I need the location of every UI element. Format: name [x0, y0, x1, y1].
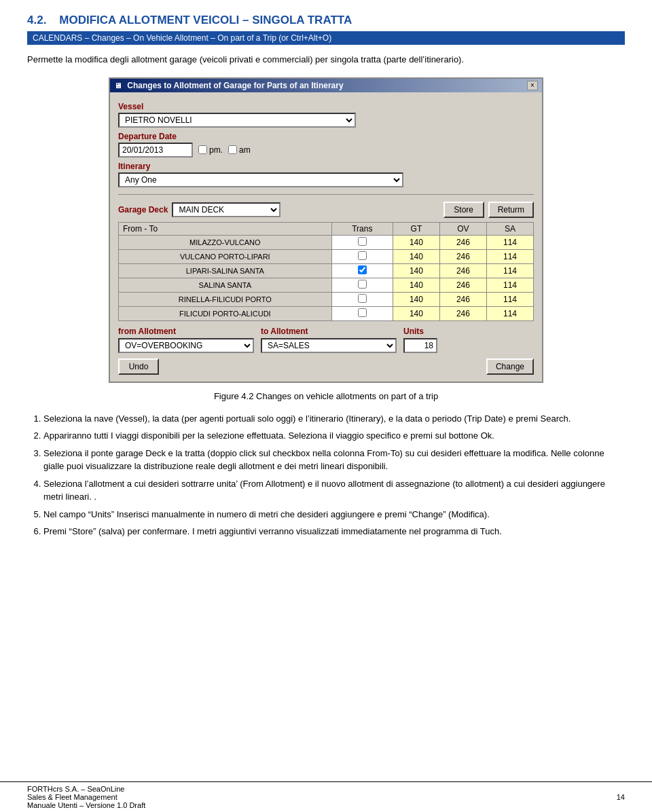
ov-cell: 246 — [439, 263, 486, 278]
table-row: RINELLA-FILICUDI PORTO140246114 — [119, 292, 534, 306]
footer-product: Sales & Fleet Management — [27, 793, 145, 801]
trans-cell[interactable] — [331, 263, 393, 278]
intro-text: Permette la modifica degli allotment gar… — [27, 53, 625, 67]
change-button[interactable]: Change — [486, 358, 534, 375]
to-allotment-select[interactable]: SA=SALES — [261, 338, 397, 353]
return-button[interactable]: Returm — [488, 202, 534, 218]
route-cell: LIPARI-SALINA SANTA — [119, 263, 332, 278]
route-cell: RINELLA-FILICUDI PORTO — [119, 292, 332, 306]
gt-cell: 140 — [393, 292, 439, 306]
to-allotment-col: to Allotment SA=SALES — [261, 327, 397, 353]
list-item: Seleziona il ponte garage Deck e la trat… — [43, 447, 625, 473]
trans-cell[interactable] — [331, 278, 393, 292]
itinerary-label: Itinerary — [118, 162, 534, 171]
dialog-titlebar: 🖥 Changes to Allotment of Garage for Par… — [110, 79, 542, 92]
vessel-row: PIETRO NOVELLI — [118, 113, 534, 128]
trans-cell[interactable] — [331, 235, 393, 249]
footer-company: FORTHcrs S.A. – SeaOnLine — [27, 785, 145, 793]
route-cell: FILICUDI PORTO-ALICUDI — [119, 306, 332, 320]
gt-cell: 140 — [393, 249, 439, 263]
sa-cell: 114 — [486, 306, 533, 320]
route-cell: MILAZZO-VULCANO — [119, 235, 332, 249]
dialog-icon: 🖥 — [114, 81, 122, 90]
dialog-body: Vessel PIETRO NOVELLI Departure Date pm.… — [110, 92, 542, 382]
gt-cell: 140 — [393, 263, 439, 278]
vessel-label: Vessel — [118, 102, 534, 111]
gt-cell: 140 — [393, 306, 439, 320]
col-header-sa: SA — [486, 222, 533, 235]
dialog-close-button[interactable]: × — [527, 81, 538, 90]
sa-cell: 114 — [486, 235, 533, 249]
from-allotment-select[interactable]: OV=OVERBOOKING — [118, 338, 254, 353]
trans-checkbox[interactable] — [358, 237, 367, 246]
sa-cell: 114 — [486, 278, 533, 292]
garage-deck-row: Garage Deck MAIN DECK Store Returm — [118, 202, 534, 218]
route-cell: SALINA SANTA — [119, 278, 332, 292]
units-label: Units — [403, 327, 437, 336]
fig-caption: Figure 4.2 Changes on vehicle allotments… — [27, 391, 625, 401]
table-row: MILAZZO-VULCANO140246114 — [119, 235, 534, 249]
list-item: Nel campo “Units” Inserisci manualmente … — [43, 508, 625, 521]
itinerary-select[interactable]: Any One — [118, 172, 403, 187]
pm-checkbox-label: pm. — [198, 145, 223, 155]
ov-cell: 246 — [439, 306, 486, 320]
from-allotment-col: from Allotment OV=OVERBOOKING — [118, 327, 254, 353]
gt-cell: 140 — [393, 235, 439, 249]
gt-cell: 140 — [393, 278, 439, 292]
list-item: Premi “Store” (salva) per confermare. I … — [43, 525, 625, 538]
units-col: Units — [403, 327, 437, 353]
ov-cell: 246 — [439, 235, 486, 249]
table-row: FILICUDI PORTO-ALICUDI140246114 — [119, 306, 534, 320]
table-row: LIPARI-SALINA SANTA140246114 — [119, 263, 534, 278]
from-allotment-label: from Allotment — [118, 327, 254, 336]
ov-cell: 246 — [439, 292, 486, 306]
trans-checkbox[interactable] — [358, 280, 367, 289]
list-item: Seleziona la nave (Vessel), la data (per… — [43, 412, 625, 426]
dialog-title: 🖥 Changes to Allotment of Garage for Par… — [114, 81, 344, 90]
trans-cell[interactable] — [331, 249, 393, 263]
ov-cell: 246 — [439, 249, 486, 263]
to-allotment-label: to Allotment — [261, 327, 397, 336]
col-header-gt: GT — [393, 222, 439, 235]
separator-1 — [118, 194, 534, 195]
body-section: Seleziona la nave (Vessel), la data (per… — [27, 412, 625, 538]
list-item: Appariranno tutti I viaggi disponibili p… — [43, 429, 625, 443]
departure-row: pm. am — [118, 143, 534, 158]
bottom-btn-row: Undo Change — [118, 358, 534, 375]
deck-select[interactable]: MAIN DECK — [172, 202, 280, 217]
trans-cell[interactable] — [331, 292, 393, 306]
footer-page-num: 14 — [617, 785, 625, 809]
list-item: Seleziona l’allotment a cui desideri sot… — [43, 477, 625, 504]
undo-button[interactable]: Undo — [118, 358, 159, 375]
itinerary-row: Any One — [118, 172, 534, 187]
page-title: 4.2. MODIFICA ALLOTMENT VEICOLI – SINGOL… — [27, 14, 625, 27]
ov-cell: 246 — [439, 278, 486, 292]
subtitle-bar: CALENDARS – Changes – On Vehicle Allotme… — [27, 31, 625, 45]
route-cell: VULCANO PORTO-LIPARI — [119, 249, 332, 263]
trans-checkbox[interactable] — [358, 308, 367, 317]
page-footer: FORTHcrs S.A. – SeaOnLine Sales & Fleet … — [0, 781, 652, 812]
pm-checkbox[interactable] — [198, 145, 207, 154]
allotment-section: from Allotment OV=OVERBOOKING to Allotme… — [118, 327, 534, 353]
trans-checkbox[interactable] — [358, 265, 367, 274]
col-header-ov: OV — [439, 222, 486, 235]
sa-cell: 114 — [486, 249, 533, 263]
body-list: Seleziona la nave (Vessel), la data (per… — [43, 412, 625, 538]
units-input[interactable] — [403, 338, 437, 353]
trans-cell[interactable] — [331, 306, 393, 320]
dialog: 🖥 Changes to Allotment of Garage for Par… — [109, 77, 543, 383]
sa-cell: 114 — [486, 292, 533, 306]
col-header-trans: Trans — [331, 222, 393, 235]
departure-date-input[interactable] — [118, 143, 193, 158]
trans-checkbox[interactable] — [358, 294, 367, 303]
vessel-select[interactable]: PIETRO NOVELLI — [118, 113, 356, 128]
am-checkbox-label: am — [228, 145, 251, 155]
trans-checkbox[interactable] — [358, 251, 367, 260]
departure-label: Departure Date — [118, 132, 534, 141]
store-button[interactable]: Store — [443, 202, 484, 218]
allotment-table: From - To Trans GT OV SA MILAZZO-VULCANO… — [118, 222, 534, 321]
am-checkbox[interactable] — [228, 145, 237, 154]
sa-cell: 114 — [486, 263, 533, 278]
table-row: VULCANO PORTO-LIPARI140246114 — [119, 249, 534, 263]
footer-left: FORTHcrs S.A. – SeaOnLine Sales & Fleet … — [27, 785, 145, 809]
